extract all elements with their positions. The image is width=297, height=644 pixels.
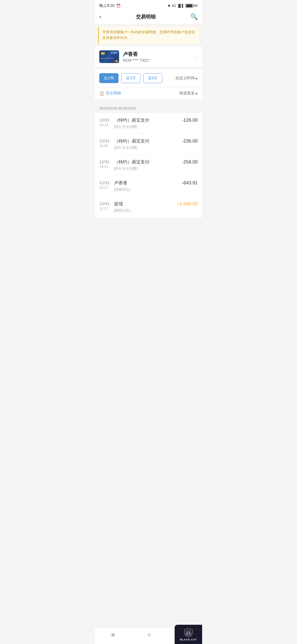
transaction-list: 12/31 19:14 （特约）易宝支付 [跨行无卡消费] -126.00 12… (95, 113, 202, 218)
filter-more-arrow-icon: ▸ (196, 91, 198, 95)
account-name: 卢香香 (123, 51, 150, 58)
table-row: 12/31 18:54 （特约）易宝支付 [跨行无卡消费] -236.00 (95, 134, 202, 155)
notice-banner: 可查询活期账户一年内的交易明细，交易对手的账户信息仅支持查询半年内 (98, 27, 199, 44)
tx-date: 12/31 (99, 180, 110, 185)
card-text-info: 卢香香 6229 **** 7321* (123, 51, 150, 62)
status-icons: ✱ 4G ▐▌▌ 85 (168, 4, 198, 8)
tx-tag: [跨行无卡消费] (114, 166, 178, 171)
export-icon: 📋 (99, 91, 104, 95)
custom-time-arrow-icon: ▸ (196, 76, 198, 80)
battery-level: 85 (194, 4, 198, 8)
tx-date: 12/31 (99, 159, 110, 164)
tx-date: 12/31 (99, 118, 110, 122)
tx-info: （特约）易宝支付 [跨行无卡消费] (110, 138, 182, 150)
filter-6month-button[interactable]: 近6月 (143, 73, 163, 83)
tx-time: 19:14 (99, 123, 110, 127)
battery-icon (185, 4, 193, 8)
filter-more-button[interactable]: 筛选更多 ▸ (179, 91, 198, 96)
tx-date: 12/31 (99, 138, 110, 143)
network-icon: 4G (172, 4, 176, 8)
tx-title: 提现 (114, 201, 172, 207)
signal-icon: ▐▌▌ (177, 4, 184, 8)
tx-amount: -258.00 (182, 159, 198, 165)
alarm-icon: ⏰ (116, 4, 121, 8)
tx-tag: [跨行无卡消费] (114, 145, 178, 150)
tx-info: 卢香香 [转账转出] (110, 180, 182, 192)
table-row: 12/31 12:27 卢香香 [转账转出] -643.91 (95, 176, 202, 197)
tx-date-col: 12/31 18:54 (99, 138, 110, 148)
header: ‹ 交易明细 🔍 (95, 10, 202, 24)
search-button[interactable]: 🔍 (190, 13, 198, 20)
tx-amount: -126.00 (182, 118, 198, 123)
filter-week-button[interactable]: 近1周 (99, 73, 119, 83)
tx-time: 12:27 (99, 206, 110, 211)
filter-section: 近1周 近3月 近6月 自定义时间 ▸ (95, 69, 202, 87)
tx-amount: -643.91 (182, 180, 198, 186)
tx-amount: +2,000.00 (177, 201, 198, 207)
date-range: 2019/12/25-2019/12/31 (95, 103, 202, 113)
tx-tag: [网联付款] (114, 208, 172, 213)
tx-tag: [转账转出] (114, 187, 178, 192)
tx-amount: -236.00 (182, 138, 198, 144)
tx-date-col: 12/31 18:51 (99, 159, 110, 169)
custom-time-button[interactable]: 自定义时间 ▸ (175, 76, 198, 81)
tx-title: 卢香香 (114, 180, 178, 186)
bluetooth-icon: ✱ (168, 4, 170, 8)
tx-tag: [跨行无卡消费] (114, 124, 178, 129)
tx-date-col: 12/31 19:14 (99, 118, 110, 127)
tx-date: 12/31 (99, 201, 110, 206)
page-title: 交易明细 (136, 13, 156, 20)
tx-time: 18:51 (99, 165, 110, 169)
status-bar: 晚上9:20 ⏰ ✱ 4G ▐▌▌ 85 (95, 0, 202, 10)
export-row: 📋 导出明细 筛选更多 ▸ (95, 87, 202, 99)
tx-time: 18:54 (99, 144, 110, 148)
tx-title: （特约）易宝支付 (114, 138, 178, 144)
card-number: 6229 **** 7321* (123, 58, 150, 62)
tx-info: 提现 [网联付款] (110, 201, 177, 213)
card-info: 兴业银行 6229 08 888888 7321 卢香香 6229 **** 7… (99, 50, 150, 63)
card-chevron-icon[interactable]: › (196, 54, 198, 59)
table-row: 12/31 18:51 （特约）易宝支付 [跨行无卡消费] -258.00 (95, 155, 202, 176)
export-button[interactable]: 📋 导出明细 (99, 91, 121, 96)
card-image: 兴业银行 6229 08 888888 7321 (99, 50, 119, 63)
tx-title: （特约）易宝支付 (114, 159, 178, 165)
table-row: 12/31 12:27 提现 [网联付款] +2,000.00 (95, 197, 202, 218)
tx-time: 12:27 (99, 185, 110, 190)
filter-3month-button[interactable]: 近3月 (121, 73, 141, 83)
tx-date-col: 12/31 12:27 (99, 180, 110, 190)
table-row: 12/31 19:14 （特约）易宝支付 [跨行无卡消费] -126.00 (95, 113, 202, 134)
tx-date-col: 12/31 12:27 (99, 201, 110, 211)
card-section[interactable]: 兴业银行 6229 08 888888 7321 卢香香 6229 **** 7… (95, 47, 202, 67)
tx-info: （特约）易宝支付 [跨行无卡消费] (110, 159, 182, 171)
tx-title: （特约）易宝支付 (114, 118, 178, 123)
tx-info: （特约）易宝支付 [跨行无卡消费] (110, 118, 182, 129)
status-time: 晚上9:20 ⏰ (99, 3, 121, 8)
back-button[interactable]: ‹ (99, 13, 101, 20)
